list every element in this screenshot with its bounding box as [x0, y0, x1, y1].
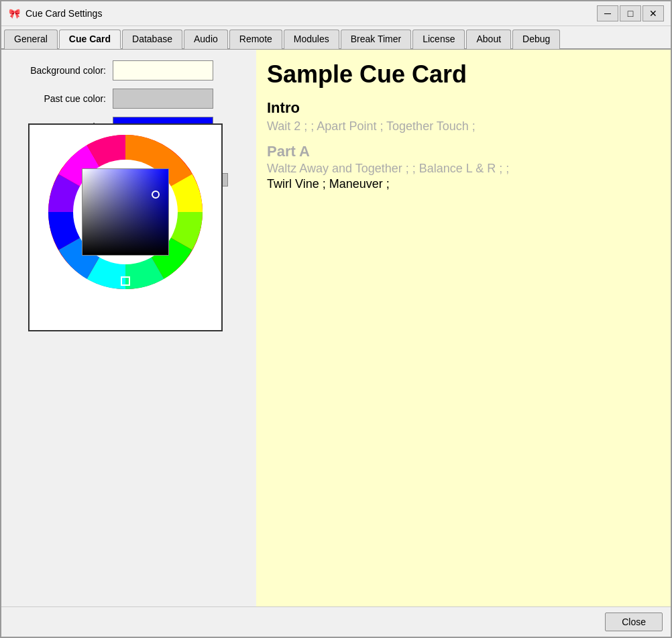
cue-line-parta-1: Waltz Away and Together ; ; Balance L & … [267, 162, 660, 176]
tab-general[interactable]: General [4, 30, 58, 49]
past-cue-color-row: Past cue color: [12, 89, 245, 109]
window-title: Cue Card Settings [25, 8, 102, 19]
past-cue-color-label: Past cue color: [12, 93, 106, 104]
app-icon: 🎀 [8, 7, 20, 19]
cue-card-title: Sample Cue Card [267, 60, 660, 89]
main-window: 🎀 Cue Card Settings ─ □ ✕ General Cue Ca… [0, 0, 672, 638]
background-color-row: Background color: [12, 60, 245, 81]
background-color-swatch[interactable] [113, 60, 213, 81]
section-gap-1 [267, 135, 660, 143]
tab-bar: General Cue Card Database Audio Remote M… [1, 26, 671, 50]
color-wheel-container[interactable] [45, 131, 206, 293]
minimize-button[interactable]: ─ [597, 5, 618, 21]
cue-line-parta-2: Twirl Vine ; Maneuver ; [267, 177, 660, 191]
tab-remote[interactable]: Remote [229, 30, 282, 49]
sq-cursor [152, 191, 160, 199]
maximize-button[interactable]: □ [620, 5, 641, 21]
tab-about[interactable]: About [466, 30, 511, 49]
hue-ring-thumb [121, 276, 130, 286]
color-sq-palette[interactable] [82, 168, 169, 256]
background-color-label: Background color: [12, 65, 106, 76]
main-content: Background color: Past cue color: Curren… [1, 50, 671, 606]
cue-line-intro-1: Wait 2 ; ; Apart Point ; Together Touch … [267, 119, 660, 134]
tab-audio[interactable]: Audio [184, 30, 228, 49]
tab-debug[interactable]: Debug [512, 30, 560, 49]
tab-cuecard[interactable]: Cue Card [59, 30, 121, 49]
tab-modules[interactable]: Modules [284, 30, 339, 49]
highlight-balance: Balance L & R ; ; [419, 162, 509, 175]
color-picker-popup [28, 123, 223, 331]
title-bar: 🎀 Cue Card Settings ─ □ ✕ [1, 1, 671, 26]
past-cue-color-swatch[interactable] [113, 89, 213, 109]
section-title-parta: Part A [267, 143, 660, 160]
tab-license[interactable]: License [412, 30, 465, 49]
title-bar-controls: ─ □ ✕ [597, 5, 664, 21]
close-button[interactable]: Close [605, 613, 663, 631]
tab-breaktimer[interactable]: Break Timer [341, 30, 411, 49]
bottom-bar: Close [1, 606, 671, 637]
section-title-intro: Intro [267, 99, 660, 117]
left-panel: Background color: Past cue color: Curren… [1, 50, 256, 606]
cue-card-preview: Sample Cue Card Intro Wait 2 ; ; Apart P… [256, 50, 671, 606]
tab-database[interactable]: Database [122, 30, 182, 49]
title-bar-left: 🎀 Cue Card Settings [8, 7, 102, 19]
close-window-button[interactable]: ✕ [642, 5, 664, 21]
